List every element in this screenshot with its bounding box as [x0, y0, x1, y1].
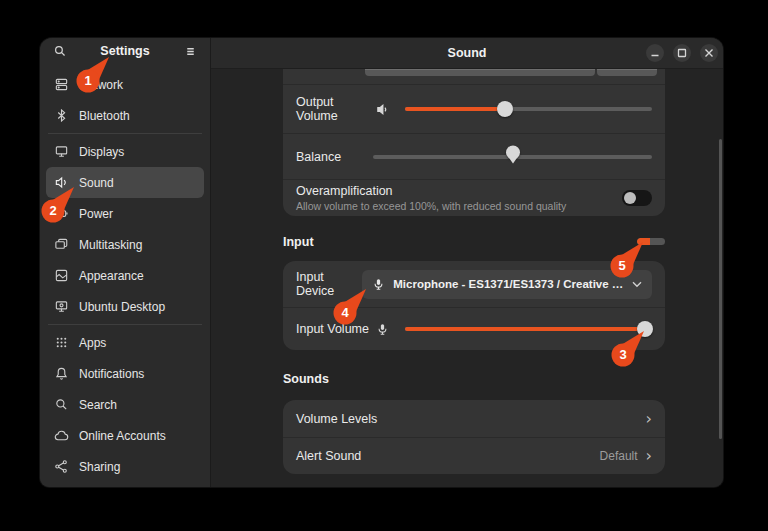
overamplification-title: Overamplification — [296, 184, 622, 198]
alert-sound-label: Alert Sound — [296, 449, 361, 463]
close-icon — [700, 44, 718, 62]
sidebar-separator — [48, 133, 202, 134]
sidebar-item-network[interactable]: Network — [46, 69, 204, 100]
sounds-section-title: Sounds — [283, 372, 329, 386]
minimize-button[interactable] — [646, 44, 664, 62]
sharing-icon — [54, 459, 69, 474]
displays-icon — [54, 144, 69, 159]
sidebar-item-power[interactable]: Power — [46, 198, 204, 229]
sidebar-item-label: Multitasking — [79, 238, 142, 252]
sidebar: Settings Network Bluetooth Displays Soun… — [40, 38, 211, 487]
sidebar-headerbar: Settings — [40, 38, 210, 64]
sidebar-item-label: Search — [79, 398, 117, 412]
sidebar-item-label: Apps — [79, 336, 106, 350]
ubuntu-desktop-icon — [54, 299, 69, 314]
sidebar-title: Settings — [70, 44, 180, 58]
input-device-dropdown[interactable]: Microphone - ES1371/ES1373 / Creative La… — [362, 270, 652, 299]
chevron-right-icon: › — [646, 448, 652, 464]
sidebar-item-displays[interactable]: Displays — [46, 136, 204, 167]
input-section-title: Input — [283, 235, 314, 249]
sidebar-item-notifications[interactable]: Notifications — [46, 358, 204, 389]
input-card: Input Device Microphone - ES1371/ES1373 … — [283, 261, 665, 350]
volume-levels-row[interactable]: Volume Levels › — [283, 400, 665, 437]
speaker-icon — [373, 102, 391, 117]
volume-levels-label: Volume Levels — [296, 412, 377, 426]
input-device-row: Input Device Microphone - ES1371/ES1373 … — [283, 261, 665, 307]
minimize-icon — [646, 44, 664, 62]
input-device-label: Input Device — [296, 270, 362, 298]
sound-settings-content: Output Volume Balance — [211, 69, 723, 487]
sidebar-item-label: Ubuntu Desktop — [79, 300, 165, 314]
window-controls — [646, 44, 718, 62]
balance-label: Balance — [296, 150, 373, 164]
page-title: Sound — [448, 46, 487, 60]
output-device-row-cut — [283, 69, 665, 84]
sidebar-item-label: Notifications — [79, 367, 144, 381]
input-section-header: Input — [283, 233, 665, 250]
multitasking-icon — [54, 237, 69, 252]
sidebar-item-label: Network — [79, 78, 123, 92]
maximize-button[interactable] — [673, 44, 691, 62]
vertical-scrollbar[interactable] — [719, 139, 722, 439]
input-level-meter — [637, 238, 665, 245]
output-volume-row: Output Volume — [283, 84, 665, 133]
appearance-icon — [54, 268, 69, 283]
alert-sound-row[interactable]: Alert Sound Default › — [283, 437, 665, 474]
overamplification-row: Overamplification Allow volume to exceed… — [283, 179, 665, 216]
sounds-section-header: Sounds — [283, 370, 665, 387]
sidebar-separator — [48, 324, 202, 325]
sidebar-item-label: Online Accounts — [79, 429, 166, 443]
output-volume-slider[interactable] — [405, 107, 652, 111]
output-volume-handle[interactable] — [497, 101, 513, 117]
chevron-down-icon — [632, 281, 642, 288]
search-item-icon — [54, 397, 69, 412]
sidebar-item-multitasking[interactable]: Multitasking — [46, 229, 204, 260]
balance-row: Balance — [283, 133, 665, 179]
sidebar-item-online-accounts[interactable]: Online Accounts — [46, 420, 204, 451]
balance-slider[interactable] — [373, 155, 652, 159]
sounds-card: Volume Levels › Alert Sound Default › — [283, 400, 665, 474]
sidebar-item-search[interactable]: Search — [46, 389, 204, 420]
main-headerbar: Sound — [211, 38, 723, 69]
network-icon — [54, 77, 69, 92]
output-card: Output Volume Balance — [283, 69, 665, 216]
overamplification-toggle[interactable] — [622, 190, 652, 206]
input-volume-slider[interactable] — [405, 327, 652, 331]
bluetooth-icon — [54, 108, 69, 123]
online-accounts-icon — [54, 428, 69, 443]
sidebar-item-label: Power — [79, 207, 113, 221]
apps-icon — [54, 335, 69, 350]
chevron-right-icon: › — [646, 411, 652, 427]
sidebar-item-sharing[interactable]: Sharing — [46, 451, 204, 482]
input-volume-label: Input Volume — [296, 322, 373, 336]
power-icon — [54, 206, 69, 221]
sidebar-item-label: Displays — [79, 145, 124, 159]
main-pane: Sound — [211, 38, 723, 487]
sidebar-item-label: Sound — [79, 176, 114, 190]
output-volume-label: Output Volume — [296, 95, 373, 123]
sound-icon — [54, 175, 69, 190]
sidebar-nav: Network Bluetooth Displays Sound Power — [40, 64, 210, 487]
search-icon[interactable] — [50, 41, 70, 61]
alert-sound-value: Default — [600, 449, 638, 463]
sidebar-item-apps[interactable]: Apps — [46, 327, 204, 358]
scrolled-test-button-stub[interactable] — [597, 69, 657, 76]
notifications-icon — [54, 366, 69, 381]
scrolled-dropdown-stub[interactable] — [365, 69, 595, 76]
sidebar-item-label: Appearance — [79, 269, 144, 283]
settings-window: Settings Network Bluetooth Displays Soun… — [40, 38, 723, 487]
close-button[interactable] — [700, 44, 718, 62]
input-volume-row: Input Volume — [283, 307, 665, 350]
balance-handle[interactable] — [506, 145, 520, 165]
input-device-value: Microphone - ES1371/ES1373 / Creative La… — [393, 278, 624, 290]
sidebar-item-appearance[interactable]: Appearance — [46, 260, 204, 291]
sidebar-item-ubuntu-desktop[interactable]: Ubuntu Desktop — [46, 291, 204, 322]
hamburger-menu-icon[interactable] — [180, 41, 200, 61]
sidebar-item-sound[interactable]: Sound — [46, 167, 204, 198]
sidebar-item-label: Bluetooth — [79, 109, 130, 123]
sidebar-item-bluetooth[interactable]: Bluetooth — [46, 100, 204, 131]
maximize-icon — [673, 44, 691, 62]
microphone-icon — [373, 323, 391, 336]
input-volume-handle[interactable] — [637, 321, 653, 337]
sidebar-item-label: Sharing — [79, 460, 120, 474]
